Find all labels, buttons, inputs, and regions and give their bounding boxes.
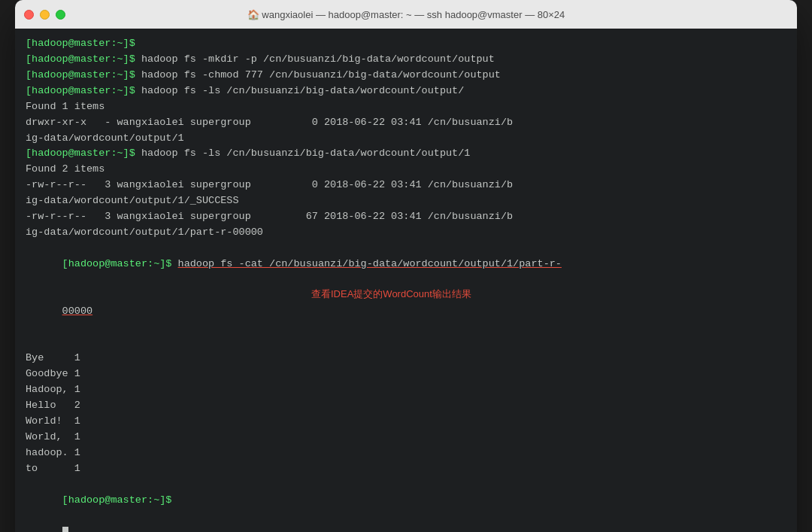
maximize-button[interactable] <box>56 10 65 20</box>
terminal-line: hadoop. 1 <box>26 445 786 461</box>
prompt: [hadoop@master:~]$ <box>26 85 135 96</box>
terminal-line: Bye 1 <box>26 351 786 366</box>
terminal-line: -rw-r--r-- 3 wangxiaolei supergroup 0 20… <box>26 178 786 193</box>
terminal-line: [hadoop@master:~]$ hadoop fs -ls /cn/bus… <box>26 84 786 99</box>
terminal-line: World! 1 <box>26 414 786 430</box>
terminal-line-cat: [hadoop@master:~]$ hadoop fs -cat /cn/bu… <box>26 241 786 288</box>
prompt: [hadoop@master:~]$ <box>62 258 172 269</box>
minimize-button[interactable] <box>40 10 50 20</box>
home-icon: 🏠 <box>247 9 262 20</box>
terminal-line: World, 1 <box>26 430 786 445</box>
window-title: 🏠 wangxiaolei — hadoop@master: ~ — ssh h… <box>247 9 565 20</box>
terminal-line: ig-data/wordcount/output/1/part-r-00000 <box>26 225 786 241</box>
terminal-line: [hadoop@master:~]$ hadoop fs -mkdir -p /… <box>26 52 786 68</box>
terminal-line: Found 2 items <box>26 162 786 178</box>
terminal-line: to 1 <box>26 461 786 477</box>
prompt: [hadoop@master:~]$ <box>62 494 172 506</box>
terminal-line: [hadoop@master:~]$ <box>26 36 786 52</box>
prompt: [hadoop@master:~]$ <box>26 147 135 159</box>
terminal-line: Hadoop, 1 <box>26 382 786 398</box>
terminal-prompt-final: [hadoop@master:~]$ <box>26 477 786 532</box>
terminal-line: Found 1 items <box>26 99 786 115</box>
annotation-text: 查看IDEA提交的WordCount输出结果 <box>311 287 471 302</box>
terminal-line: Hello 2 <box>26 398 786 414</box>
terminal-line: -rw-r--r-- 3 wangxiaolei supergroup 67 2… <box>26 209 786 225</box>
terminal-line: ig-data/wordcount/output/1 <box>26 131 786 147</box>
terminal-window: 🏠 wangxiaolei — hadoop@master: ~ — ssh h… <box>15 0 797 532</box>
close-button[interactable] <box>24 10 34 20</box>
prompt: [hadoop@master:~]$ <box>26 69 135 81</box>
terminal-line: [hadoop@master:~]$ hadoop fs -chmod 777 … <box>26 68 786 84</box>
terminal-line: 00000 查看IDEA提交的WordCount输出结果 <box>26 288 786 351</box>
prompt: [hadoop@master:~]$ <box>26 53 135 65</box>
terminal-body[interactable]: [hadoop@master:~]$ [hadoop@master:~]$ ha… <box>15 29 797 532</box>
terminal-line: [hadoop@master:~]$ hadoop fs -ls /cn/bus… <box>26 146 786 162</box>
titlebar: 🏠 wangxiaolei — hadoop@master: ~ — ssh h… <box>15 0 797 29</box>
terminal-line: drwxr-xr-x - wangxiaolei supergroup 0 20… <box>26 115 786 131</box>
terminal-line: ig-data/wordcount/output/1/_SUCCESS <box>26 193 786 209</box>
cursor <box>62 527 68 532</box>
traffic-lights <box>24 10 65 20</box>
prompt: [hadoop@master:~]$ <box>26 38 135 49</box>
terminal-line: Goodbye 1 <box>26 366 786 382</box>
